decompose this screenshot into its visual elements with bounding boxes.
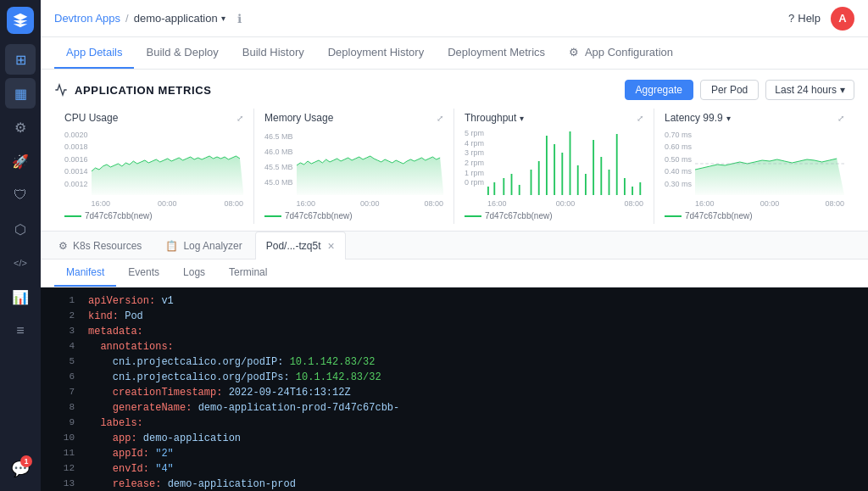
tab-k8s-resources[interactable]: ⚙ K8s Resources: [47, 232, 153, 259]
sidebar-icon-code[interactable]: </>: [5, 248, 36, 278]
breadcrumb-org[interactable]: Devtron Apps: [54, 12, 120, 25]
sub-tab-manifest[interactable]: Manifest: [54, 259, 116, 287]
svg-rect-16: [616, 134, 618, 195]
sidebar-icon-rocket[interactable]: 🚀: [5, 146, 36, 176]
code-line: 2kind: Pod: [41, 310, 868, 325]
sidebar: ⊞ ▦ ⚙ 🚀 🛡 ⬡ </> 📊 ≡ 💬 1: [0, 0, 41, 491]
latency-legend: 7d47c67cbb(new): [665, 211, 844, 220]
time-range-select[interactable]: Last 24 hours ▾: [765, 80, 854, 100]
per-pod-button[interactable]: Per Pod: [700, 80, 759, 100]
svg-rect-2: [503, 178, 504, 195]
tab-log-analyzer[interactable]: 📋 Log Analyzer: [154, 232, 253, 259]
sub-tab-terminal[interactable]: Terminal: [217, 259, 279, 287]
chevron-down-icon[interactable]: ▾: [221, 14, 225, 23]
sidebar-icon-shield[interactable]: 🛡: [5, 180, 36, 210]
tab-app-configuration[interactable]: ⚙ App Configuration: [557, 37, 685, 69]
sidebar-icon-layers[interactable]: ≡: [5, 315, 36, 346]
svg-rect-18: [632, 187, 633, 195]
line-content: envId: "4": [88, 463, 854, 475]
code-line: 8 generateName: demo-application-prod-7d…: [41, 401, 868, 416]
line-number: 11: [54, 448, 75, 458]
sidebar-icon-cube[interactable]: ⬡: [5, 214, 36, 244]
help-circle-icon: ?: [788, 12, 794, 25]
line-content: release: demo-application-prod: [88, 478, 854, 490]
line-number: 1: [54, 295, 75, 305]
expand-latency-icon[interactable]: ⤢: [837, 114, 844, 123]
sub-tab-events[interactable]: Events: [116, 259, 171, 287]
tab-deployment-metrics[interactable]: Deployment Metrics: [436, 37, 557, 69]
logo[interactable]: [7, 7, 34, 34]
pod-tab-label: Pod/...-tzq5t: [266, 240, 321, 252]
aggregate-button[interactable]: Aggregate: [625, 80, 693, 100]
latency-chevron-icon[interactable]: ▾: [726, 114, 731, 123]
log-icon: 📋: [165, 240, 178, 252]
breadcrumb: Devtron Apps / demo-application ▾ ℹ: [54, 12, 242, 25]
line-content: cni.projectcalico.org/podIP: 10.1.142.83…: [88, 356, 854, 368]
tab-pod[interactable]: Pod/...-tzq5t ×: [255, 232, 346, 259]
sidebar-icon-chart[interactable]: 📊: [5, 282, 36, 312]
line-number: 2: [54, 310, 75, 321]
expand-memory-icon[interactable]: ⤢: [437, 114, 443, 123]
latency-chart-svg: [695, 127, 844, 195]
metrics-header: APPLICATION METRICS Aggregate Per Pod La…: [54, 80, 854, 100]
tab-build-history-label: Build History: [242, 46, 304, 59]
tab-build-deploy-label: Build & Deploy: [146, 46, 218, 59]
svg-rect-9: [561, 153, 563, 195]
line-number: 12: [54, 463, 75, 473]
memory-chart-svg: [297, 127, 443, 195]
code-line: 1apiVersion: v1: [41, 294, 868, 310]
throughput-legend-line: [465, 215, 481, 217]
sub-tab-logs[interactable]: Logs: [171, 259, 217, 287]
throughput-chevron-icon[interactable]: ▾: [520, 114, 524, 123]
chart-throughput-body: 5 rpm4 rpm3 rpm2 rpm1 rpm0 rpm: [465, 127, 643, 208]
chart-line-icon: [54, 83, 68, 97]
tab-app-configuration-label: App Configuration: [585, 46, 673, 59]
svg-rect-10: [570, 131, 571, 195]
metrics-section: APPLICATION METRICS Aggregate Per Pod La…: [41, 70, 868, 232]
line-content: metadata:: [88, 326, 854, 338]
cpu-legend-line: [64, 215, 81, 217]
main-content: Devtron Apps / demo-application ▾ ℹ ? He…: [41, 0, 868, 491]
throughput-x-labels: 16:0000:0008:00: [487, 199, 643, 208]
sidebar-icon-grid[interactable]: ⊞: [5, 44, 36, 75]
sidebar-icon-gear[interactable]: ⚙: [5, 112, 36, 142]
content-area: APPLICATION METRICS Aggregate Per Pod La…: [41, 70, 868, 491]
chart-latency-body: 0.70 ms0.60 ms0.50 ms0.40 ms0.30 ms 16:0…: [665, 127, 844, 208]
memory-y-labels: 46.5 MB46.0 MB45.5 MB45.0 MB: [264, 127, 293, 208]
svg-rect-8: [554, 144, 555, 195]
breadcrumb-separator: /: [125, 12, 129, 25]
throughput-chart-svg: [487, 127, 643, 195]
code-line: 5 cni.projectcalico.org/podIP: 10.1.142.…: [41, 355, 868, 371]
tab-build-deploy[interactable]: Build & Deploy: [134, 37, 230, 69]
help-button[interactable]: ? Help: [788, 12, 821, 25]
tab-build-history[interactable]: Build History: [231, 37, 316, 69]
code-editor: 1apiVersion: v12kind: Pod3metadata:4 ann…: [41, 287, 868, 491]
info-icon[interactable]: ℹ: [237, 12, 242, 25]
discord-icon[interactable]: 💬 1: [5, 454, 36, 484]
line-number: 8: [54, 402, 75, 412]
metrics-controls: Aggregate Per Pod Last 24 hours ▾: [625, 80, 854, 100]
tab-deployment-history[interactable]: Deployment History: [316, 37, 436, 69]
log-analyzer-label: Log Analyzer: [183, 240, 242, 252]
line-content: annotations:: [88, 341, 854, 353]
line-number: 5: [54, 356, 75, 366]
discord-notification-badge: 1: [20, 455, 32, 467]
tab-app-details[interactable]: App Details: [54, 37, 134, 69]
close-pod-tab-icon[interactable]: ×: [327, 239, 334, 253]
chart-memory-body: 46.5 MB46.0 MB45.5 MB45.0 MB 16:0000:000…: [264, 127, 443, 208]
time-range-chevron-icon: ▾: [840, 84, 845, 96]
sidebar-icon-apps[interactable]: ▦: [5, 78, 36, 109]
line-number: 3: [54, 326, 75, 336]
memory-chart-area: 16:0000:0008:00: [297, 127, 443, 208]
svg-rect-5: [531, 170, 532, 195]
cpu-legend: 7d47c67cbb(new): [64, 211, 243, 220]
line-content: appId: "2": [88, 448, 854, 460]
k8s-icon: ⚙: [58, 240, 68, 252]
svg-rect-0: [487, 187, 489, 195]
user-avatar[interactable]: A: [831, 7, 854, 31]
code-line: 3metadata:: [41, 325, 868, 340]
expand-throughput-icon[interactable]: ⤢: [637, 114, 643, 123]
svg-rect-14: [600, 157, 602, 195]
expand-cpu-icon[interactable]: ⤢: [236, 114, 243, 123]
chart-latency-title: Latency 99.9 ▾ ⤢: [665, 112, 844, 124]
